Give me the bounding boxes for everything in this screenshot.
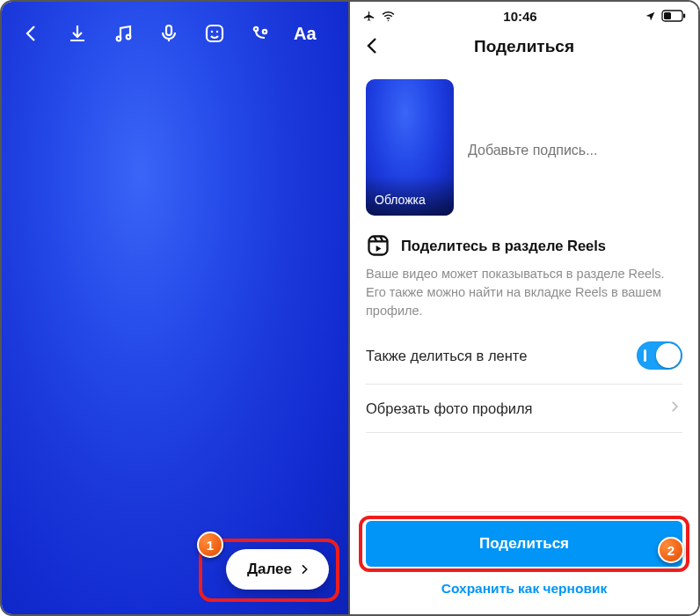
battery-icon bbox=[661, 10, 686, 22]
share-header: Поделиться bbox=[350, 26, 698, 70]
reels-section: Поделитесь в разделе Reels Ваше видео мо… bbox=[350, 217, 698, 327]
back-icon[interactable] bbox=[362, 35, 387, 60]
mic-icon[interactable] bbox=[157, 21, 181, 46]
reels-icon bbox=[366, 233, 390, 258]
feed-toggle-label: Также делиться в ленте bbox=[366, 348, 527, 364]
status-bar: 10:46 bbox=[350, 2, 698, 26]
reels-title: Поделитесь в разделе Reels bbox=[401, 238, 606, 254]
music-icon[interactable] bbox=[111, 21, 135, 46]
svg-rect-3 bbox=[207, 26, 222, 41]
next-button[interactable]: Далее bbox=[226, 549, 329, 590]
svg-rect-11 bbox=[683, 14, 685, 18]
crop-profile-label: Обрезать фото профиля bbox=[366, 400, 533, 417]
annotation-badge-1: 1 bbox=[197, 532, 223, 558]
svg-point-8 bbox=[388, 19, 389, 20]
caption-input[interactable] bbox=[468, 79, 682, 216]
bottom-actions: Поделиться Сохранить как черновик bbox=[350, 521, 698, 614]
cover-label: Обложка bbox=[375, 193, 426, 207]
reels-description: Ваше видео может показываться в разделе … bbox=[366, 265, 682, 320]
chevron-right-icon bbox=[667, 399, 682, 418]
editor-pane: Aa Далее 1 bbox=[2, 2, 348, 614]
download-icon[interactable] bbox=[65, 21, 90, 46]
save-draft-link[interactable]: Сохранить как черновик bbox=[366, 581, 682, 597]
airplane-mode-icon bbox=[362, 10, 376, 23]
cover-thumbnail[interactable]: Обложка bbox=[366, 79, 454, 216]
feed-toggle[interactable] bbox=[637, 341, 682, 370]
editor-toolbar: Aa bbox=[2, 2, 348, 46]
svg-rect-10 bbox=[664, 12, 671, 19]
next-button-label: Далее bbox=[247, 561, 292, 578]
wifi-icon bbox=[381, 9, 396, 24]
share-pane: 10:46 Поделиться Обложка Поделите bbox=[348, 2, 698, 614]
crop-profile-row[interactable]: Обрезать фото профиля bbox=[350, 385, 698, 432]
page-title: Поделиться bbox=[474, 37, 574, 56]
text-tool-icon[interactable]: Aa bbox=[294, 24, 317, 44]
svg-point-7 bbox=[263, 30, 266, 33]
divider bbox=[366, 511, 682, 512]
svg-rect-12 bbox=[369, 237, 388, 255]
location-icon bbox=[645, 11, 656, 22]
back-icon[interactable] bbox=[19, 21, 44, 46]
feed-toggle-row[interactable]: Также делиться в ленте bbox=[350, 327, 698, 384]
svg-point-6 bbox=[254, 27, 258, 31]
svg-point-0 bbox=[117, 37, 121, 41]
svg-point-1 bbox=[127, 35, 131, 40]
svg-rect-2 bbox=[166, 26, 171, 35]
svg-point-4 bbox=[211, 31, 213, 33]
share-button[interactable]: Поделиться bbox=[366, 521, 682, 567]
svg-point-5 bbox=[216, 31, 218, 33]
sticker-icon[interactable] bbox=[202, 21, 227, 46]
caption-row: Обложка bbox=[350, 70, 698, 217]
status-time: 10:46 bbox=[503, 9, 536, 24]
effects-icon[interactable] bbox=[248, 21, 273, 46]
